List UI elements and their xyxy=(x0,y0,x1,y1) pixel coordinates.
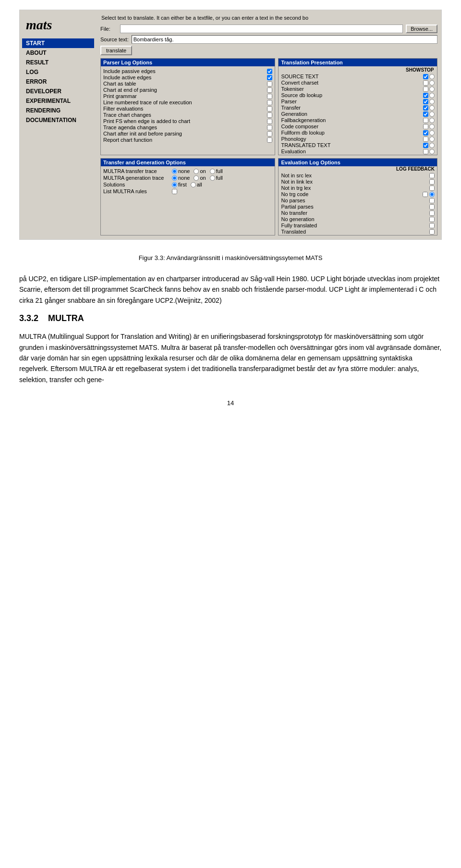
option-filter-eval: Filter evaluations xyxy=(103,106,272,112)
eval-label: Fully translated xyxy=(281,223,428,228)
source-text-stop[interactable] xyxy=(429,74,435,79)
tp-label: Generation xyxy=(281,111,422,117)
generation-stop[interactable] xyxy=(429,112,435,117)
code-composer-show[interactable] xyxy=(423,124,428,129)
transfer-show[interactable] xyxy=(423,105,428,111)
tokeniser-show[interactable] xyxy=(423,87,428,92)
translate-button[interactable]: translate xyxy=(100,46,132,55)
chart-table-checkbox[interactable] xyxy=(267,81,272,87)
section-text: MULTRA (Multilingual Support for Transla… xyxy=(19,331,442,385)
list-multra-checkbox[interactable] xyxy=(172,189,177,194)
option-label: Chart as table xyxy=(103,81,266,87)
sidebar-item-error[interactable]: ERROR xyxy=(22,77,94,87)
partial-parses-checkbox[interactable] xyxy=(429,204,435,210)
fallback-stop[interactable] xyxy=(429,118,435,123)
transfer-trace-radio-group: none on full xyxy=(172,168,223,174)
line-numbered-checkbox[interactable] xyxy=(267,100,272,105)
sidebar-item-rendering[interactable]: RENDERING xyxy=(22,106,94,115)
option-label: Chart after init and before parsing xyxy=(103,131,266,136)
tp-label: Transfer xyxy=(281,105,422,111)
generation-show[interactable] xyxy=(423,112,428,117)
eval-row-no-parses: No parses xyxy=(279,198,437,203)
eval-row-partial-parses: Partial parses xyxy=(279,204,437,210)
fully-translated-checkbox[interactable] xyxy=(429,223,435,228)
sidebar-item-start[interactable]: START xyxy=(22,38,94,48)
no-parses-checkbox[interactable] xyxy=(429,198,435,203)
trace-agenda-checkbox[interactable] xyxy=(267,125,272,130)
eval-label: Not in trg lex xyxy=(281,185,428,191)
browse-button[interactable]: Browse... xyxy=(406,25,437,33)
evaluation-show[interactable] xyxy=(423,149,428,154)
radio-option-none2: none xyxy=(172,175,190,181)
filter-eval-checkbox[interactable] xyxy=(267,106,272,112)
trace-chart-checkbox[interactable] xyxy=(267,112,272,118)
no-trg-code-checkbox[interactable] xyxy=(423,192,428,197)
print-fs-checkbox[interactable] xyxy=(267,119,272,124)
sidebar-item-experimental[interactable]: EXPERIMENTAL xyxy=(22,96,94,106)
translated-checkbox[interactable] xyxy=(429,229,435,235)
tg-label: List MULTRA rules xyxy=(103,188,170,194)
translated-text-stop[interactable] xyxy=(429,143,435,148)
transfer-trace-on[interactable] xyxy=(194,169,199,174)
eval-row-no-trg-code: No trg code xyxy=(279,191,437,197)
convert-charset-show[interactable] xyxy=(423,80,428,86)
generation-trace-none[interactable] xyxy=(172,175,177,181)
solutions-all[interactable] xyxy=(191,182,196,187)
generation-trace-on[interactable] xyxy=(194,175,199,181)
section-title: MULTRA xyxy=(48,313,84,323)
chart-after-init-checkbox[interactable] xyxy=(267,131,272,136)
radio-option-first: first xyxy=(172,182,187,187)
sidebar-item-developer[interactable]: DEVELOPER xyxy=(22,87,94,96)
phonology-stop[interactable] xyxy=(429,136,435,142)
solutions-first[interactable] xyxy=(172,182,177,187)
not-link-lex-checkbox[interactable] xyxy=(429,179,435,185)
sidebar-item-result[interactable]: RESULT xyxy=(22,58,94,67)
transfer-trace-none[interactable] xyxy=(172,169,177,174)
fullform-stop[interactable] xyxy=(429,130,435,136)
no-transfer-checkbox[interactable] xyxy=(429,211,435,216)
source-db-show[interactable] xyxy=(423,93,428,98)
tg-row-generation-trace: MULTRA generation trace none on xyxy=(103,175,272,181)
print-grammar-checkbox[interactable] xyxy=(267,94,272,99)
chart-end-checkbox[interactable] xyxy=(267,87,272,93)
option-trace-agenda: Trace agenda changes xyxy=(103,124,272,130)
no-trg-code-radio[interactable] xyxy=(429,192,435,197)
tp-row-convert: Convert charset xyxy=(279,80,437,86)
no-generation-checkbox[interactable] xyxy=(429,217,435,222)
tp-label: Parser xyxy=(281,99,422,104)
source-input[interactable] xyxy=(132,35,437,44)
generation-trace-full[interactable] xyxy=(210,175,215,181)
tg-row-solutions: Solutions first all xyxy=(103,182,272,187)
eval-label: Translated xyxy=(281,229,428,235)
report-chart-checkbox[interactable] xyxy=(267,137,272,143)
sidebar-item-about[interactable]: ABOUT xyxy=(22,48,94,58)
parser-stop[interactable] xyxy=(429,99,435,104)
fallback-show[interactable] xyxy=(423,118,428,123)
file-input[interactable] xyxy=(120,25,403,33)
convert-charset-stop[interactable] xyxy=(429,80,435,86)
body-text-content: på UCP2, en tidigare LISP-implementation… xyxy=(19,275,439,304)
source-db-stop[interactable] xyxy=(429,93,435,98)
evaluation-stop[interactable] xyxy=(429,149,435,154)
include-passive-checkbox[interactable] xyxy=(267,69,272,74)
figure-caption: Figur 3.3: Användargränssnitt i maskinöv… xyxy=(19,254,442,261)
fullform-show[interactable] xyxy=(423,130,428,136)
sidebar-item-documentation[interactable]: DOCUMENTATION xyxy=(22,115,94,125)
phonology-show[interactable] xyxy=(423,136,428,142)
not-src-lex-checkbox[interactable] xyxy=(429,173,435,178)
tg-label: MULTRA transfer trace xyxy=(103,168,170,174)
transfer-trace-full[interactable] xyxy=(210,169,215,174)
eval-feedback-label: LOG FEEDBACK xyxy=(279,166,437,173)
code-composer-stop[interactable] xyxy=(429,124,435,129)
transfer-stop[interactable] xyxy=(429,105,435,111)
parser-show[interactable] xyxy=(423,99,428,104)
sidebar-item-log[interactable]: LOG xyxy=(22,67,94,77)
translated-text-show[interactable] xyxy=(423,143,428,148)
source-text-show[interactable] xyxy=(423,74,428,79)
tp-row-fallback: Fallbackgeneration xyxy=(279,117,437,123)
tokeniser-stop[interactable] xyxy=(429,87,435,92)
include-active-checkbox[interactable] xyxy=(267,75,272,80)
eval-label: Not in src lex xyxy=(281,173,428,178)
not-trg-lex-checkbox[interactable] xyxy=(429,186,435,191)
tp-row-source-text: SOURCE TEXT xyxy=(279,74,437,79)
